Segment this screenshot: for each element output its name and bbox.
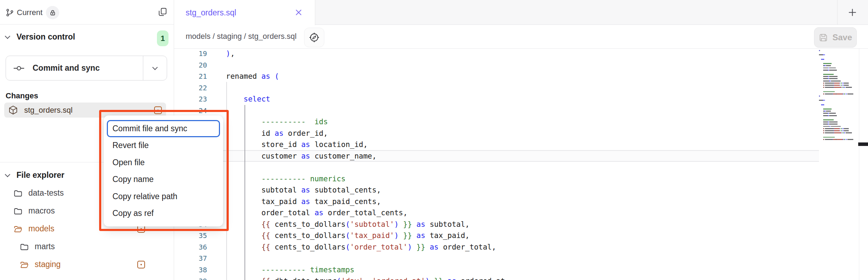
- minimap-line: [819, 61, 858, 62]
- model-cube-icon: [8, 105, 18, 115]
- minimap-line: [819, 78, 858, 79]
- git-branch-icon: [6, 8, 14, 17]
- minimap-line: [819, 106, 858, 107]
- minimap-line: [819, 113, 858, 114]
- minimap-line: [819, 76, 858, 77]
- minimap-line: [819, 83, 858, 84]
- branch-name: Current: [17, 8, 42, 17]
- minimap-line: [819, 128, 858, 129]
- code-line-25: 25 ---------- ids: [174, 116, 824, 128]
- sidebar-item-staging[interactable]: staging: [0, 255, 174, 273]
- branch-bar: Current: [0, 0, 174, 24]
- code-line-29: 29: [174, 162, 824, 173]
- folder-name: staging: [35, 260, 137, 269]
- save-button[interactable]: Save: [814, 27, 857, 48]
- modified-icon: [154, 106, 162, 114]
- close-tab-icon[interactable]: [295, 8, 303, 16]
- folder-icon: [13, 206, 22, 216]
- minimap-line: [819, 121, 858, 122]
- minimap-line: [819, 68, 858, 69]
- minimap-line: [819, 139, 858, 140]
- copy-branch-icon[interactable]: [157, 7, 168, 17]
- code-line-33: 33 order_total as order_total_cents,: [174, 207, 824, 219]
- commit-and-sync-button[interactable]: Commit and sync: [6, 56, 167, 80]
- code-line-38: 38 ---------- timestamps: [174, 264, 824, 276]
- minimap-line: [819, 70, 858, 71]
- changes-count-badge: 1: [157, 30, 168, 46]
- modified-icon: [137, 261, 145, 268]
- minimap-line: [819, 100, 858, 101]
- minimap-line: [819, 72, 858, 73]
- line-number: 37: [174, 253, 213, 264]
- menu-item-revert-file[interactable]: Revert file: [107, 137, 220, 154]
- chevron-down-icon: [5, 34, 11, 39]
- minimap-line: [819, 63, 858, 64]
- minimap-line: [819, 132, 858, 133]
- line-number: 21: [174, 71, 213, 82]
- line-number: 35: [174, 230, 213, 241]
- minimap-line: [819, 85, 858, 86]
- minimap-line: [819, 119, 858, 120]
- save-button-label: Save: [832, 33, 852, 42]
- minimap-line: [819, 93, 858, 94]
- changed-file-name: stg_orders.sql: [24, 106, 154, 115]
- tab-stg-orders[interactable]: stg_orders.sql: [174, 0, 315, 25]
- line-number: 20: [174, 59, 213, 71]
- minimap-line: [819, 102, 858, 103]
- folder-open-icon: [20, 260, 29, 269]
- minimap-line: [819, 74, 858, 75]
- tab-title: stg_orders.sql: [186, 8, 236, 18]
- code-line-23: 23 select: [174, 93, 824, 105]
- lineage-compass-button[interactable]: [304, 28, 324, 47]
- code-line-26: 26 id as order_id,: [174, 128, 824, 139]
- file-context-menu: Commit file and syncRevert fileOpen file…: [104, 115, 223, 226]
- folder-open-icon: [13, 224, 22, 233]
- sidebar-item-marts[interactable]: marts: [0, 238, 174, 255]
- minimap-line: [819, 87, 858, 88]
- menu-item-copy-relative-path[interactable]: Copy relative path: [107, 188, 220, 205]
- code-line-32: 32 tax_paid as tax_paid_cents,: [174, 196, 824, 208]
- scrollbar-thumb[interactable]: [858, 142, 868, 146]
- breadcrumb: models / staging / stg_orders.sql: [186, 32, 297, 41]
- minimap[interactable]: [819, 50, 858, 141]
- menu-item-open-file[interactable]: Open file: [107, 154, 220, 171]
- line-number: 36: [174, 241, 213, 253]
- file-explorer-title: File explorer: [16, 170, 64, 180]
- line-number: 38: [174, 264, 213, 276]
- minimap-line: [819, 117, 858, 118]
- file-explorer-header[interactable]: File explorer: [6, 170, 64, 180]
- minimap-line: [819, 54, 858, 55]
- lock-icon: [49, 9, 56, 16]
- code-line-31: 31 subtotal as subtotal_cents,: [174, 184, 824, 196]
- code-lines[interactable]: 19),2021renamed as (2223 select2425 ----…: [174, 48, 824, 280]
- commit-button-label: Commit and sync: [33, 63, 100, 73]
- code-line-28: 28 customer as customer_name,: [174, 150, 824, 162]
- menu-item-commit-file-and-sync[interactable]: Commit file and sync: [107, 120, 220, 137]
- minimap-line: [819, 108, 858, 110]
- code-line-20: 20: [174, 59, 824, 71]
- minimap-line: [819, 134, 858, 135]
- tab-bar-divider: [837, 0, 838, 25]
- code-line-21: 21renamed as (: [174, 71, 824, 82]
- menu-item-copy-as-ref[interactable]: Copy as ref: [107, 205, 220, 222]
- new-tab-icon[interactable]: [847, 7, 858, 18]
- chevron-down-icon: [5, 172, 11, 177]
- minimap-line: [819, 98, 858, 99]
- code-line-27: 27 store_id as location_id,: [174, 139, 824, 150]
- editor-toolbar: models / staging / stg_orders.sql Save: [174, 25, 868, 49]
- minimap-line: [819, 57, 858, 58]
- line-number: 24: [174, 105, 213, 117]
- chevron-down-icon: [152, 64, 158, 70]
- minimap-line: [819, 115, 858, 116]
- code-line-34: 34 {{ cents_to_dollars('subtotal') }} as…: [174, 219, 824, 230]
- minimap-line: [819, 89, 858, 90]
- commit-icon: [13, 64, 25, 72]
- menu-item-copy-name[interactable]: Copy name: [107, 171, 220, 188]
- version-control-header[interactable]: Version control: [6, 32, 75, 42]
- line-number: 39: [174, 275, 213, 280]
- minimap-line: [819, 126, 858, 127]
- version-control-title: Version control: [16, 32, 75, 42]
- line-number: 22: [174, 82, 213, 94]
- commit-options-dropdown[interactable]: [143, 56, 167, 80]
- minimap-line: [819, 52, 858, 53]
